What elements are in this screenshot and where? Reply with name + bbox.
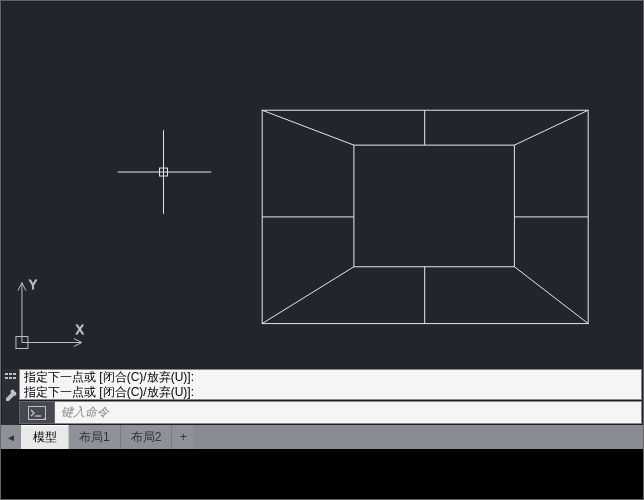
svg-rect-21 (13, 377, 16, 379)
axis-x-label: X (76, 323, 84, 337)
tab-model-label: 模型 (33, 429, 57, 446)
command-input[interactable] (55, 401, 642, 424)
axis-y-label: Y (29, 278, 37, 292)
svg-rect-18 (13, 373, 16, 375)
svg-rect-22 (29, 406, 46, 419)
history-line-2: 指定下一点或 [闭合(C)/放弃(U)]: (20, 385, 641, 400)
command-menu-icon[interactable] (4, 371, 18, 385)
tab-model[interactable]: 模型 (21, 425, 69, 449)
tab-nav-prev[interactable]: ◄ (1, 425, 21, 449)
cad-app-window: Y X 指定下一点或 [闭合(C) (0, 0, 644, 500)
svg-line-11 (514, 267, 588, 324)
svg-rect-16 (5, 373, 8, 375)
bottom-bar (1, 449, 643, 499)
history-line-1: 指定下一点或 [闭合(C)/放弃(U)]: (20, 370, 641, 385)
tab-add-label: + (180, 430, 187, 444)
tab-layout1[interactable]: 布局1 (69, 425, 121, 449)
svg-line-8 (262, 110, 354, 145)
customize-icon[interactable] (4, 389, 18, 403)
layout-tabs: ◄ 模型 布局1 布局2 + (1, 425, 643, 449)
svg-line-10 (262, 267, 354, 324)
crosshair-cursor (118, 130, 212, 214)
canvas-svg: Y X (2, 2, 642, 369)
svg-rect-20 (9, 377, 12, 379)
tab-add-button[interactable]: + (172, 425, 194, 449)
drawing-geometry (262, 110, 588, 323)
svg-rect-17 (9, 373, 12, 375)
command-row (19, 401, 642, 424)
drawing-canvas[interactable]: Y X (2, 2, 642, 369)
tab-layout2[interactable]: 布局2 (121, 425, 173, 449)
tab-layout1-label: 布局1 (79, 429, 110, 446)
svg-rect-19 (5, 377, 8, 379)
tab-layout2-label: 布局2 (131, 429, 162, 446)
ucs-icon: Y X (16, 278, 84, 349)
command-history[interactable]: 指定下一点或 [闭合(C)/放弃(U)]: 指定下一点或 [闭合(C)/放弃(U… (19, 369, 642, 400)
svg-rect-7 (354, 145, 514, 267)
command-prompt-icon[interactable] (19, 401, 55, 424)
svg-line-9 (514, 110, 588, 145)
